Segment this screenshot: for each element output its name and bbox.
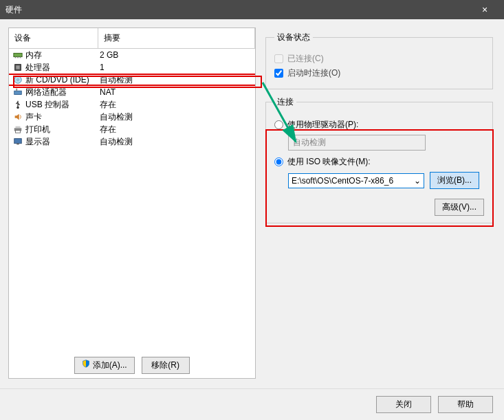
connection-group: 连接 使用物理驱动器(P): 自动检测 使用 ISO 映像文件(M): E:\s… (265, 96, 493, 223)
list-buttons: 添加(A)... 移除(R) (9, 353, 255, 378)
connection-legend: 连接 (274, 96, 296, 108)
table-header: 设备 摘要 (9, 28, 255, 49)
connect-on-start-label: 启动时连接(O) (287, 67, 340, 79)
svg-rect-12 (16, 126, 21, 129)
advanced-button[interactable]: 高级(V)... (435, 199, 484, 216)
svg-rect-0 (14, 53, 22, 56)
svg-point-7 (17, 79, 19, 81)
connected-checkbox-row: 已连接(C) (274, 53, 484, 65)
titlebar: 硬件 × (0, 0, 504, 19)
shield-icon (82, 360, 90, 368)
usb-icon (13, 100, 23, 109)
table-row[interactable]: 网络适配器NAT (9, 86, 255, 98)
physical-drive-row[interactable]: 使用物理驱动器(P): (274, 119, 484, 131)
physical-drive-label: 使用物理驱动器(P): (287, 119, 358, 131)
connect-on-start-row[interactable]: 启动时连接(O) (274, 67, 484, 79)
close-icon[interactable]: × (471, 4, 498, 15)
header-device[interactable]: 设备 (9, 28, 98, 48)
iso-file-radio[interactable] (274, 157, 283, 166)
svg-rect-13 (16, 131, 21, 133)
browse-button[interactable]: 浏览(B)... (430, 172, 479, 189)
memory-icon (13, 50, 23, 60)
printer-icon (13, 124, 23, 134)
right-panel: 设备状态 已连接(C) 启动时连接(O) 连接 使用物理驱动器(P): 自动检测… (263, 27, 496, 379)
connected-label: 已连接(C) (287, 53, 324, 65)
chevron-down-icon: ⌄ (414, 176, 421, 186)
svg-rect-2 (17, 57, 19, 58)
svg-rect-9 (16, 89, 17, 91)
add-button-label: 添加(A)... (93, 360, 127, 370)
iso-file-row[interactable]: 使用 ISO 映像文件(M): (274, 156, 484, 168)
iso-path-combo[interactable]: E:\soft\OS\CentOS-7-x86_6 ⌄ (288, 173, 424, 188)
remove-button[interactable]: 移除(R) (142, 357, 190, 374)
device-summary: NAT (98, 87, 255, 97)
device-list-panel: 设备 摘要 内存2 GB处理器1新 CD/DVD (IDE)自动检测网络适配器N… (8, 27, 256, 379)
svg-rect-15 (17, 144, 19, 145)
svg-rect-8 (14, 91, 22, 94)
table-row[interactable]: 处理器1 (9, 61, 255, 74)
device-summary: 自动检测 (98, 74, 255, 86)
network-icon (13, 87, 23, 97)
add-button[interactable]: 添加(A)... (74, 357, 134, 374)
table-row[interactable]: 新 CD/DVD (IDE)自动检测 (9, 74, 255, 86)
sound-icon (13, 112, 23, 122)
connected-checkbox (274, 54, 283, 63)
device-name: USB 控制器 (25, 99, 69, 111)
device-summary: 存在 (98, 124, 255, 135)
table-row[interactable]: 声卡自动检测 (9, 111, 255, 123)
physical-drive-radio[interactable] (274, 120, 283, 129)
device-summary: 存在 (98, 99, 255, 111)
advanced-row: 高级(V)... (274, 199, 484, 216)
svg-rect-1 (15, 57, 17, 58)
device-name: 声卡 (25, 111, 42, 123)
header-summary[interactable]: 摘要 (98, 28, 255, 48)
device-name: 显示器 (25, 136, 50, 148)
svg-rect-5 (16, 65, 19, 69)
device-name: 内存 (25, 49, 42, 61)
dialog-footer: 关闭 帮助 (0, 388, 504, 420)
display-icon (13, 137, 23, 146)
svg-point-10 (17, 107, 19, 109)
iso-file-label: 使用 ISO 映像文件(M): (287, 156, 371, 168)
table-body: 内存2 GB处理器1新 CD/DVD (IDE)自动检测网络适配器NATUSB … (9, 49, 255, 353)
table-row[interactable]: 显示器自动检测 (9, 135, 255, 148)
device-summary: 自动检测 (98, 111, 255, 123)
iso-path-row: E:\soft\OS\CentOS-7-x86_6 ⌄ 浏览(B)... (288, 172, 484, 189)
device-name: 新 CD/DVD (IDE) (25, 74, 89, 86)
window-title: 硬件 (6, 4, 471, 16)
physical-drive-select: 自动检测 (288, 135, 426, 151)
device-name: 打印机 (25, 124, 50, 135)
table-row[interactable]: USB 控制器存在 (9, 98, 255, 111)
device-status-group: 设备状态 已连接(C) 启动时连接(O) (265, 32, 493, 89)
svg-rect-3 (20, 57, 21, 58)
device-status-legend: 设备状态 (274, 32, 313, 43)
table-row[interactable]: 内存2 GB (9, 49, 255, 61)
device-summary: 自动检测 (98, 136, 255, 148)
svg-rect-14 (14, 139, 22, 144)
iso-path-value: E:\soft\OS\CentOS-7-x86_6 (292, 176, 393, 186)
cpu-icon (13, 63, 23, 72)
table-row[interactable]: 打印机存在 (9, 123, 255, 135)
device-summary: 2 GB (98, 50, 255, 60)
disc-icon (13, 75, 23, 85)
close-button[interactable]: 关闭 (376, 396, 431, 413)
device-summary: 1 (98, 63, 255, 72)
connect-on-start-checkbox[interactable] (274, 69, 283, 78)
help-button[interactable]: 帮助 (438, 396, 493, 413)
device-name: 网络适配器 (25, 87, 67, 98)
device-name: 处理器 (25, 62, 50, 74)
dialog-body: 设备 摘要 内存2 GB处理器1新 CD/DVD (IDE)自动检测网络适配器N… (0, 19, 504, 387)
